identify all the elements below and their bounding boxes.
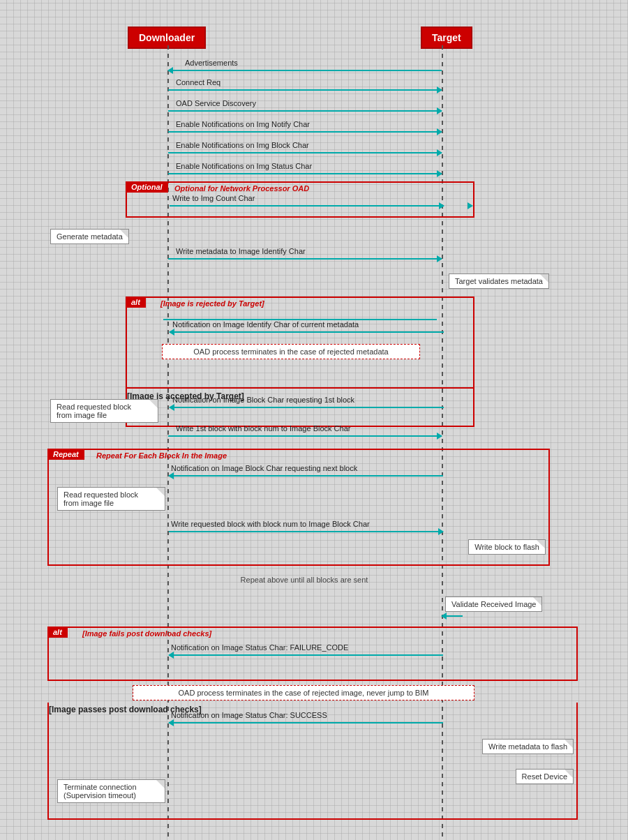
notif-succ-arrow [169, 722, 443, 723]
gen-meta-note: Generate metadata [50, 229, 129, 244]
diagram-container: Downloader Target Advertisements Connect… [0, 0, 628, 840]
notif-block-arrow [168, 152, 442, 153]
alt-rejected-frame: alt [Image is rejected by Target] Notifi… [126, 297, 474, 389]
notif-next-arrow [169, 475, 443, 477]
validate-note: Validate Received Image [445, 597, 542, 612]
reset-device-note: Reset Device [516, 769, 574, 784]
target-validates-note: Target validates metadata [449, 273, 549, 289]
notif-notify-label: Enable Notifications on Img Notify Char [176, 120, 310, 128]
advertisements-label: Advertisements [185, 59, 238, 67]
notif-status-arrow [168, 173, 442, 174]
notif-fail-arrow [169, 654, 443, 656]
write-req-label: Write requested block with block num to … [171, 520, 370, 528]
oad-disc-label: OAD Service Discovery [176, 99, 256, 107]
write-1st-arrow [168, 435, 442, 437]
read-1st-note: Read requested block from image file [50, 399, 158, 423]
oad-disc-arrow [168, 110, 442, 112]
write-flash-note: Write block to flash [468, 539, 546, 555]
optional-np-label: Optional for Network Processor OAD [174, 184, 309, 193]
notif-notify-arrow [168, 131, 442, 133]
alt-fail-tab: alt [47, 627, 68, 638]
alt-tab: alt [126, 297, 146, 308]
alt-fail-frame: alt [Image fails post download checks] N… [47, 627, 578, 681]
target-header: Target [421, 27, 472, 49]
notif-cur-label: Notification on Image Identify Char of c… [172, 320, 359, 329]
notif-1st-arrow [170, 407, 444, 408]
notif-succ-label: Notification on Image Status Char: SUCCE… [171, 711, 327, 719]
alt-accepted-frame: Notification on Image Block Char request… [126, 389, 474, 427]
notif-next-label: Notification on Image Block Char request… [171, 464, 357, 472]
repeat-text: Repeat above until all blocks are sent [167, 576, 441, 584]
alt-pass-frame: Notification on Image Status Char: SUCCE… [47, 703, 578, 820]
alt-fail-label: [Image fails post download checks] [82, 629, 211, 638]
oad-terminate-image-box: OAD process terminates in the case of re… [133, 685, 474, 700]
write-count-label: Write to Img Count Char [172, 194, 255, 202]
terminate-conn-note: Terminate connection (Supervision timeou… [57, 779, 165, 803]
repeat-tab: Repeat [47, 449, 84, 460]
write-req-arrow [169, 531, 443, 532]
notif-cur-arrow [170, 331, 444, 333]
connect-req-label: Connect Req [176, 78, 220, 87]
validate-arrow [442, 615, 463, 617]
read-req-note: Read requested block from image file [57, 487, 165, 511]
connect-req-arrow [168, 89, 442, 91]
write-meta-label: Write metadata to Image Identify Char [176, 247, 306, 255]
notif-status-label: Enable Notifications on Img Status Char [176, 162, 312, 170]
repeat-frame: Repeat Repeat For Each Block In the Imag… [47, 449, 550, 566]
repeat-label: Repeat For Each Block In the Image [96, 451, 227, 460]
write-1st-label: Write 1st block with block num to Image … [176, 424, 350, 433]
write-meta-flash-note: Write metadata to flash [482, 739, 574, 754]
optional-np-frame: Optional Optional for Network Processor … [126, 181, 474, 218]
alt-rejected-label: [Image is rejected by Target] [160, 299, 264, 308]
write-meta-arrow [168, 258, 442, 260]
advertisements-arrow [168, 70, 442, 71]
notif-fail-label: Notification on Image Status Char: FAILU… [171, 643, 348, 652]
write-count-arrow [170, 205, 444, 207]
notif-block-label: Enable Notifications on Img Block Char [176, 141, 309, 149]
oad-terminate-reject-box: OAD process terminates in the case of re… [162, 344, 420, 359]
notif-1st-label: Notification on Image Block Char request… [172, 396, 354, 404]
optional-np-tab: Optional [126, 181, 168, 193]
